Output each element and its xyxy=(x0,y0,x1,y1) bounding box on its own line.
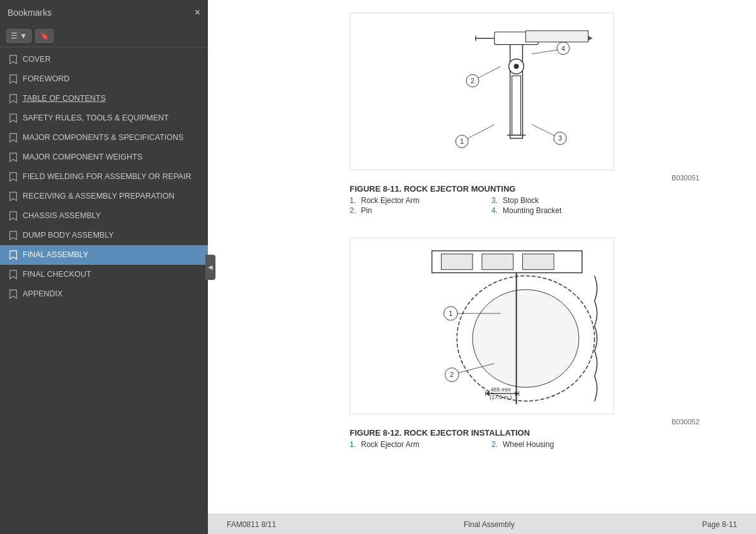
legend-text: Rock Ejector Arm xyxy=(361,440,420,449)
content-area: 1 2 3 4 ▶ B030051 xyxy=(208,0,756,534)
bookmark-item-dump[interactable]: DUMP BODY ASSEMBLY xyxy=(0,226,208,245)
legend-num: 1. xyxy=(350,440,358,449)
bookmark-item-major-weights[interactable]: MAJOR COMPONENT WEIGHTS xyxy=(0,148,208,167)
bookmark-label-chassis: CHASSIS ASSEMBLY xyxy=(23,211,202,221)
figure-2-image: 455 mm (17.9 in.) 1 2 xyxy=(350,238,614,414)
figure-2-title: FIGURE 8-12. ROCK EJECTOR INSTALLATION xyxy=(350,428,614,438)
figure-1-title: FIGURE 8-11. ROCK EJECTOR MOUNTING xyxy=(350,184,614,194)
bookmark-add-icon: 🔖 xyxy=(40,32,49,40)
bookmark-label-toc: TABLE OF CONTENTS xyxy=(23,93,202,103)
svg-text:(17.9 in.): (17.9 in.) xyxy=(490,394,512,400)
view-icon: ☰ ▼ xyxy=(11,32,27,40)
legend-text: Wheel Housing xyxy=(503,440,554,449)
bookmark-icon xyxy=(9,192,18,202)
bookmark-label-major-weights: MAJOR COMPONENT WEIGHTS xyxy=(23,152,202,162)
svg-text:1: 1 xyxy=(460,137,464,145)
legend-text: Stop Block xyxy=(503,196,539,205)
bookmark-item-safety[interactable]: SAFETY RULES, TOOLS & EQUIPMENT xyxy=(0,108,208,128)
legend-1-item-1: 3.Stop Block xyxy=(491,196,614,205)
bookmark-icon xyxy=(9,172,18,182)
sidebar-header: Bookmarks × xyxy=(0,0,208,25)
svg-rect-21 xyxy=(525,31,588,42)
bookmark-label-final-checkout: FINAL CHECKOUT xyxy=(23,269,202,279)
bookmark-icon xyxy=(9,133,18,143)
add-bookmark-button[interactable]: 🔖 xyxy=(35,29,54,43)
collapse-handle[interactable]: ◀ xyxy=(205,255,215,280)
figure-1-section: 1 2 3 4 ▶ B030051 xyxy=(227,13,737,225)
bookmark-icon xyxy=(9,270,18,280)
bookmark-label-appendix: APPENDIX xyxy=(23,289,202,299)
figure-2-legend: 1.Rock Ejector Arm2.Wheel Housing xyxy=(350,440,614,449)
bookmark-item-field-welding[interactable]: FIELD WELDING FOR ASSEMBLY OR REPAIR xyxy=(0,167,208,187)
bookmark-icon xyxy=(9,113,18,124)
svg-rect-7 xyxy=(512,76,521,135)
bookmark-icon xyxy=(9,211,18,221)
footer-center: Final Assembly xyxy=(464,520,515,529)
sidebar-toolbar: ☰ ▼ 🔖 xyxy=(0,25,208,47)
legend-1-item-2: 2.Pin xyxy=(350,206,472,215)
view-options-button[interactable]: ☰ ▼ xyxy=(6,29,32,43)
svg-point-24 xyxy=(472,289,579,387)
legend-2-item-0: 1.Rock Ejector Arm xyxy=(350,440,472,449)
bookmark-icon xyxy=(9,94,18,104)
figure-2-id: B030052 xyxy=(672,418,699,426)
page-footer: FAM0811 8/11 Final Assembly Page 8-11 xyxy=(208,514,756,534)
bookmark-label-receiving: RECEIVING & ASSEMBLY PREPARATION xyxy=(23,191,202,201)
bookmark-label-field-welding: FIELD WELDING FOR ASSEMBLY OR REPAIR xyxy=(23,171,202,182)
legend-num: 2. xyxy=(491,440,500,449)
bookmarks-panel: Bookmarks × ☰ ▼ 🔖 COVER FOREWORD TABLE O… xyxy=(0,0,208,534)
bookmark-icon xyxy=(9,74,18,84)
svg-text:4: 4 xyxy=(561,45,565,52)
svg-point-5 xyxy=(514,64,519,69)
bookmark-label-safety: SAFETY RULES, TOOLS & EQUIPMENT xyxy=(23,113,202,123)
bookmark-item-major-comp[interactable]: MAJOR COMPONENTS & SPECIFICATIONS xyxy=(0,128,208,148)
page-view: 1 2 3 4 ▶ B030051 xyxy=(208,0,756,514)
bookmark-icon xyxy=(9,289,18,299)
bookmark-item-receiving[interactable]: RECEIVING & ASSEMBLY PREPARATION xyxy=(0,187,208,206)
svg-rect-27 xyxy=(482,254,513,270)
footer-right: Page 8-11 xyxy=(702,520,737,529)
figure-1-legend: 1.Rock Ejector Arm3.Stop Block2.Pin4.Mou… xyxy=(350,196,614,215)
legend-1-item-3: 4.Mounting Bracket xyxy=(491,206,614,215)
legend-num: 3. xyxy=(491,196,500,205)
bookmark-icon xyxy=(9,55,18,65)
bookmark-item-final-checkout[interactable]: FINAL CHECKOUT xyxy=(0,265,208,284)
legend-num: 1. xyxy=(350,196,358,205)
legend-1-item-0: 1.Rock Ejector Arm xyxy=(350,196,472,205)
bookmark-icon xyxy=(9,231,18,241)
figure-1-image: 1 2 3 4 ▶ xyxy=(350,13,614,170)
bookmark-label-final-assembly: FINAL ASSEMBLY xyxy=(23,250,202,260)
bookmark-item-cover[interactable]: COVER xyxy=(0,50,208,69)
figure-2-section: 455 mm (17.9 in.) 1 2 B030052 FIGURE 8-1… xyxy=(227,238,737,459)
bookmark-item-final-assembly[interactable]: FINAL ASSEMBLY xyxy=(0,245,208,265)
legend-text: Mounting Bracket xyxy=(503,206,561,215)
svg-text:2: 2 xyxy=(471,77,474,84)
legend-num: 2. xyxy=(350,206,358,215)
bookmark-item-toc[interactable]: TABLE OF CONTENTS xyxy=(0,89,208,108)
svg-line-18 xyxy=(532,50,560,54)
bookmark-icon xyxy=(9,250,18,260)
svg-text:1: 1 xyxy=(449,310,452,317)
bookmark-item-chassis[interactable]: CHASSIS ASSEMBLY xyxy=(0,206,208,226)
bookmark-item-appendix[interactable]: APPENDIX xyxy=(0,284,208,304)
legend-text: Pin xyxy=(361,206,372,215)
svg-text:2: 2 xyxy=(450,371,454,378)
sidebar-title: Bookmarks xyxy=(8,8,52,18)
bookmark-label-foreword: FOREWORD xyxy=(23,74,202,84)
bookmark-label-dump: DUMP BODY ASSEMBLY xyxy=(23,230,202,240)
bookmark-item-foreword[interactable]: FOREWORD xyxy=(0,69,208,89)
figure-1-id: B030051 xyxy=(672,174,699,182)
svg-rect-26 xyxy=(441,254,472,270)
svg-marker-32 xyxy=(486,391,490,396)
footer-left: FAM0811 8/11 xyxy=(227,520,276,529)
close-button[interactable]: × xyxy=(195,8,200,18)
legend-text: Rock Ejector Arm xyxy=(361,196,420,205)
svg-text:▶: ▶ xyxy=(588,35,593,41)
bookmark-list: COVER FOREWORD TABLE OF CONTENTS SAFETY … xyxy=(0,47,208,534)
legend-2-item-1: 2.Wheel Housing xyxy=(491,440,614,449)
bookmark-label-cover: COVER xyxy=(23,54,202,64)
svg-rect-28 xyxy=(523,254,554,270)
bookmark-icon xyxy=(9,153,18,163)
svg-text:3: 3 xyxy=(558,134,562,142)
svg-text:455 mm: 455 mm xyxy=(491,386,511,393)
